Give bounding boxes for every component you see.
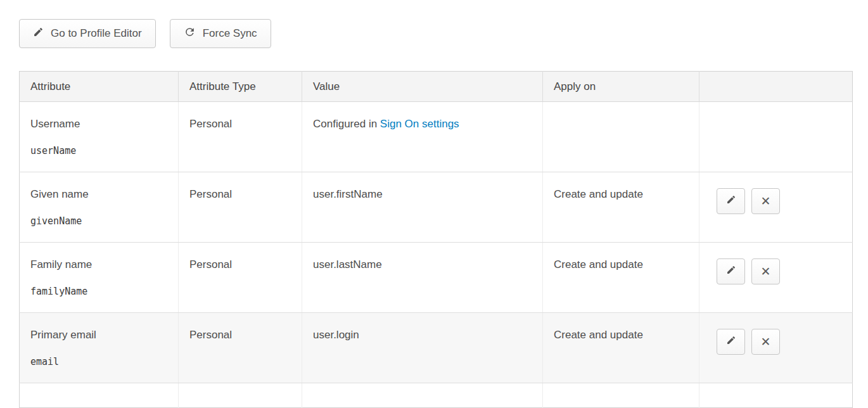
attribute-mappings-page: Go to Profile Editor Force Sync Attribut…: [0, 0, 868, 408]
edit-mapping-button[interactable]: [717, 329, 745, 355]
attribute-label: Family name: [30, 258, 168, 271]
header-actions: [699, 72, 853, 102]
attribute-variable-name: userName: [30, 145, 168, 156]
delete-mapping-button[interactable]: ✕: [751, 188, 780, 214]
header-attribute-type: Attribute Type: [179, 72, 302, 102]
table-row: Family name familyName Personal user.las…: [20, 243, 853, 313]
apply-on: Create and update: [554, 188, 643, 200]
pencil-icon: [33, 27, 44, 41]
table-row: Username userName Personal Configured in…: [20, 102, 853, 172]
close-icon: ✕: [761, 336, 771, 348]
table-row-empty: [20, 383, 853, 408]
go-to-profile-editor-label: Go to Profile Editor: [51, 27, 142, 40]
apply-on: Create and update: [554, 258, 643, 271]
attribute-mappings-table: Attribute Attribute Type Value Apply on …: [19, 71, 853, 408]
attribute-variable-name: email: [30, 356, 168, 367]
attribute-variable-name: familyName: [30, 286, 168, 297]
header-apply-on: Apply on: [543, 72, 699, 102]
row-actions: ✕: [710, 258, 842, 284]
force-sync-button[interactable]: Force Sync: [170, 19, 271, 48]
refresh-icon: [184, 26, 196, 41]
row-actions: ✕: [710, 188, 842, 214]
force-sync-label: Force Sync: [203, 27, 257, 40]
attribute-type: Personal: [189, 329, 232, 341]
sign-on-settings-link[interactable]: Sign On settings: [380, 118, 459, 130]
value-text: user.login: [313, 329, 359, 341]
table-row: Primary email email Personal user.login …: [20, 313, 853, 383]
attribute-type: Personal: [189, 118, 232, 130]
table-header-row: Attribute Attribute Type Value Apply on: [20, 72, 853, 102]
attribute-label: Primary email: [30, 329, 168, 341]
attribute-variable-name: givenName: [30, 215, 168, 227]
close-icon: ✕: [761, 195, 771, 207]
attribute-type: Personal: [189, 258, 232, 271]
toolbar: Go to Profile Editor Force Sync: [19, 19, 852, 48]
value-text: user.lastName: [313, 258, 382, 271]
header-value: Value: [302, 72, 543, 102]
apply-on: Create and update: [554, 329, 643, 341]
value-text: Configured in: [313, 118, 380, 130]
delete-mapping-button[interactable]: ✕: [751, 329, 780, 355]
attribute-label: Given name: [30, 188, 168, 201]
close-icon: ✕: [761, 265, 771, 277]
table-row: Given name givenName Personal user.first…: [20, 172, 853, 243]
edit-icon: [726, 194, 736, 208]
go-to-profile-editor-button[interactable]: Go to Profile Editor: [19, 19, 156, 48]
edit-icon: [726, 265, 736, 278]
value-text: user.firstName: [313, 188, 383, 200]
row-actions: ✕: [710, 329, 842, 355]
edit-mapping-button[interactable]: [717, 258, 745, 284]
edit-mapping-button[interactable]: [717, 188, 745, 214]
delete-mapping-button[interactable]: ✕: [751, 258, 780, 284]
header-attribute: Attribute: [20, 72, 179, 102]
edit-icon: [726, 335, 736, 348]
attribute-label: Username: [30, 118, 168, 131]
attribute-type: Personal: [189, 188, 232, 200]
